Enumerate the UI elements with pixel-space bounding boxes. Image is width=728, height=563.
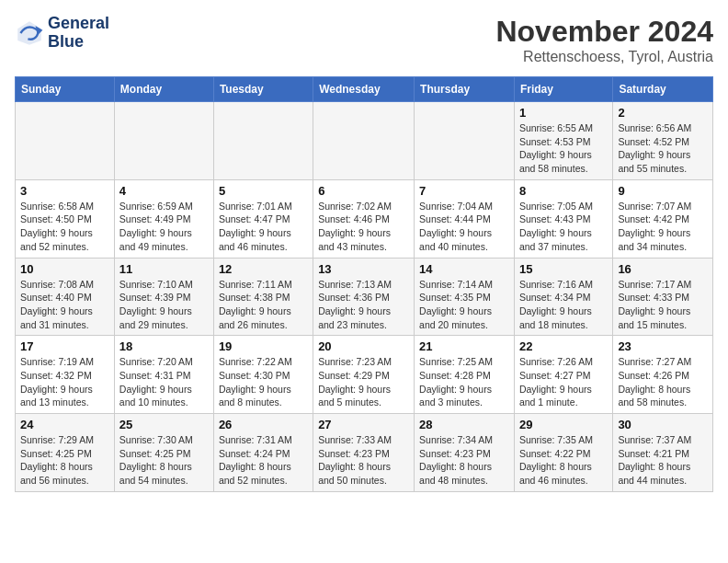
day-number: 13	[318, 262, 409, 276]
day-detail: Sunrise: 7:07 AM Sunset: 4:42 PM Dayligh…	[618, 200, 708, 254]
day-number: 5	[219, 184, 308, 198]
day-cell: 16Sunrise: 7:17 AM Sunset: 4:33 PM Dayli…	[613, 258, 713, 336]
day-number: 15	[519, 262, 608, 276]
column-header-friday: Friday	[514, 77, 612, 102]
day-detail: Sunrise: 7:16 AM Sunset: 4:34 PM Dayligh…	[519, 278, 608, 332]
day-cell: 30Sunrise: 7:37 AM Sunset: 4:21 PM Dayli…	[613, 414, 713, 492]
column-header-monday: Monday	[114, 77, 213, 102]
day-number: 27	[318, 418, 409, 431]
day-cell: 19Sunrise: 7:22 AM Sunset: 4:30 PM Dayli…	[213, 336, 313, 414]
day-detail: Sunrise: 7:17 AM Sunset: 4:33 PM Dayligh…	[618, 278, 708, 332]
day-cell: 17Sunrise: 7:19 AM Sunset: 4:32 PM Dayli…	[16, 336, 115, 414]
day-detail: Sunrise: 7:35 AM Sunset: 4:22 PM Dayligh…	[519, 433, 608, 488]
day-detail: Sunrise: 7:22 AM Sunset: 4:30 PM Dayligh…	[219, 355, 308, 409]
month-title: November 2024	[495, 15, 713, 49]
day-cell: 10Sunrise: 7:08 AM Sunset: 4:40 PM Dayli…	[16, 258, 115, 336]
day-detail: Sunrise: 7:27 AM Sunset: 4:26 PM Dayligh…	[618, 355, 708, 409]
day-detail: Sunrise: 7:33 AM Sunset: 4:23 PM Dayligh…	[318, 433, 409, 488]
day-detail: Sunrise: 7:01 AM Sunset: 4:47 PM Dayligh…	[219, 200, 308, 254]
day-number: 11	[119, 262, 209, 276]
day-detail: Sunrise: 7:19 AM Sunset: 4:32 PM Dayligh…	[20, 355, 109, 409]
calendar-table: SundayMondayTuesdayWednesdayThursdayFrid…	[15, 76, 713, 492]
day-detail: Sunrise: 7:23 AM Sunset: 4:29 PM Dayligh…	[318, 355, 409, 409]
day-cell: 5Sunrise: 7:01 AM Sunset: 4:47 PM Daylig…	[213, 179, 313, 258]
day-detail: Sunrise: 7:10 AM Sunset: 4:39 PM Dayligh…	[119, 278, 209, 332]
header-row: SundayMondayTuesdayWednesdayThursdayFrid…	[16, 77, 713, 102]
logo-line2: Blue	[48, 33, 109, 52]
day-cell: 15Sunrise: 7:16 AM Sunset: 4:34 PM Dayli…	[514, 258, 612, 336]
day-detail: Sunrise: 7:20 AM Sunset: 4:31 PM Dayligh…	[119, 355, 209, 409]
day-cell: 12Sunrise: 7:11 AM Sunset: 4:38 PM Dayli…	[213, 258, 313, 336]
day-number: 19	[219, 339, 308, 353]
day-detail: Sunrise: 7:34 AM Sunset: 4:23 PM Dayligh…	[419, 433, 509, 488]
day-cell	[313, 102, 415, 180]
day-cell: 11Sunrise: 7:10 AM Sunset: 4:39 PM Dayli…	[114, 258, 213, 336]
day-detail: Sunrise: 7:04 AM Sunset: 4:44 PM Dayligh…	[419, 200, 509, 254]
week-row-4: 17Sunrise: 7:19 AM Sunset: 4:32 PM Dayli…	[16, 336, 713, 414]
day-number: 21	[419, 339, 509, 353]
day-number: 12	[219, 262, 308, 276]
day-number: 1	[519, 106, 608, 120]
day-number: 4	[119, 184, 209, 198]
day-number: 20	[318, 339, 409, 353]
day-number: 25	[119, 418, 209, 431]
day-number: 14	[419, 262, 509, 276]
day-number: 29	[519, 418, 608, 431]
day-number: 22	[519, 339, 608, 353]
column-header-sunday: Sunday	[16, 77, 115, 102]
day-cell	[16, 102, 115, 180]
day-detail: Sunrise: 7:13 AM Sunset: 4:36 PM Dayligh…	[318, 278, 409, 332]
day-detail: Sunrise: 6:59 AM Sunset: 4:49 PM Dayligh…	[119, 200, 209, 254]
day-detail: Sunrise: 7:02 AM Sunset: 4:46 PM Dayligh…	[318, 200, 409, 254]
day-cell: 8Sunrise: 7:05 AM Sunset: 4:43 PM Daylig…	[514, 179, 612, 258]
week-row-5: 24Sunrise: 7:29 AM Sunset: 4:25 PM Dayli…	[16, 414, 713, 492]
day-cell: 21Sunrise: 7:25 AM Sunset: 4:28 PM Dayli…	[415, 336, 515, 414]
day-cell: 22Sunrise: 7:26 AM Sunset: 4:27 PM Dayli…	[514, 336, 612, 414]
day-detail: Sunrise: 6:56 AM Sunset: 4:52 PM Dayligh…	[618, 121, 708, 176]
day-number: 23	[618, 339, 708, 353]
day-cell: 25Sunrise: 7:30 AM Sunset: 4:25 PM Dayli…	[114, 414, 213, 492]
day-detail: Sunrise: 6:55 AM Sunset: 4:53 PM Dayligh…	[519, 121, 608, 176]
day-cell: 28Sunrise: 7:34 AM Sunset: 4:23 PM Dayli…	[415, 414, 515, 492]
day-cell: 24Sunrise: 7:29 AM Sunset: 4:25 PM Dayli…	[16, 414, 115, 492]
day-number: 7	[419, 184, 509, 198]
day-detail: Sunrise: 7:26 AM Sunset: 4:27 PM Dayligh…	[519, 355, 608, 409]
day-detail: Sunrise: 6:58 AM Sunset: 4:50 PM Dayligh…	[20, 200, 109, 254]
day-cell: 2Sunrise: 6:56 AM Sunset: 4:52 PM Daylig…	[613, 102, 713, 180]
logo: General Blue	[15, 15, 109, 52]
day-number: 9	[618, 184, 708, 198]
day-number: 26	[219, 418, 308, 431]
day-detail: Sunrise: 7:25 AM Sunset: 4:28 PM Dayligh…	[419, 355, 509, 409]
day-detail: Sunrise: 7:30 AM Sunset: 4:25 PM Dayligh…	[119, 433, 209, 488]
day-number: 16	[618, 262, 708, 276]
day-detail: Sunrise: 7:37 AM Sunset: 4:21 PM Dayligh…	[618, 433, 708, 488]
column-header-saturday: Saturday	[613, 77, 713, 102]
day-cell	[415, 102, 515, 180]
day-cell: 1Sunrise: 6:55 AM Sunset: 4:53 PM Daylig…	[514, 102, 612, 180]
day-detail: Sunrise: 7:05 AM Sunset: 4:43 PM Dayligh…	[519, 200, 608, 254]
column-header-thursday: Thursday	[415, 77, 515, 102]
day-number: 8	[519, 184, 608, 198]
day-number: 30	[618, 418, 708, 431]
column-header-tuesday: Tuesday	[213, 77, 313, 102]
day-cell	[114, 102, 213, 180]
day-cell: 26Sunrise: 7:31 AM Sunset: 4:24 PM Dayli…	[213, 414, 313, 492]
logo-line1: General	[48, 15, 109, 33]
header: General Blue November 2024 Rettenschoess…	[15, 15, 713, 65]
day-detail: Sunrise: 7:31 AM Sunset: 4:24 PM Dayligh…	[219, 433, 308, 488]
title-area: November 2024 Rettenschoess, Tyrol, Aust…	[495, 15, 713, 65]
day-number: 17	[20, 339, 109, 353]
day-cell: 23Sunrise: 7:27 AM Sunset: 4:26 PM Dayli…	[613, 336, 713, 414]
day-cell: 4Sunrise: 6:59 AM Sunset: 4:49 PM Daylig…	[114, 179, 213, 258]
day-cell: 9Sunrise: 7:07 AM Sunset: 4:42 PM Daylig…	[613, 179, 713, 258]
column-header-wednesday: Wednesday	[313, 77, 415, 102]
day-number: 18	[119, 339, 209, 353]
day-detail: Sunrise: 7:11 AM Sunset: 4:38 PM Dayligh…	[219, 278, 308, 332]
logo-icon	[15, 18, 44, 48]
week-row-2: 3Sunrise: 6:58 AM Sunset: 4:50 PM Daylig…	[16, 179, 713, 258]
day-number: 2	[618, 106, 708, 120]
day-cell: 29Sunrise: 7:35 AM Sunset: 4:22 PM Dayli…	[514, 414, 612, 492]
week-row-1: 1Sunrise: 6:55 AM Sunset: 4:53 PM Daylig…	[16, 102, 713, 180]
day-cell	[213, 102, 313, 180]
day-number: 24	[20, 418, 109, 431]
